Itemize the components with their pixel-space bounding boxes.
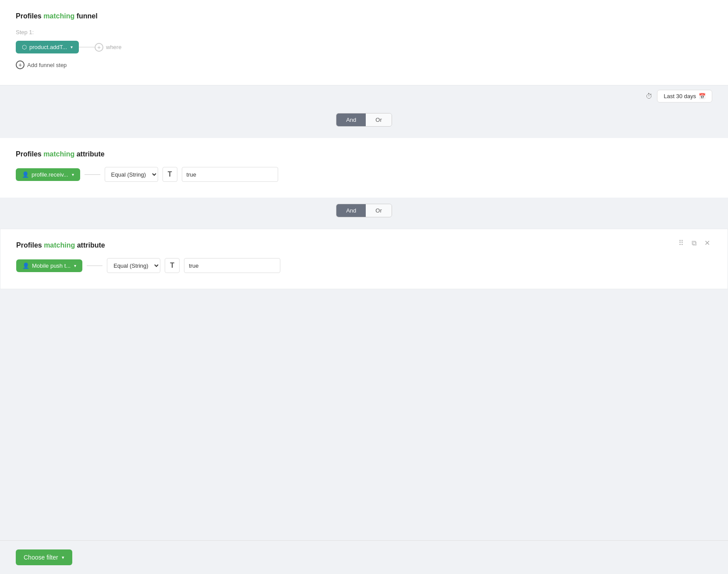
or-button-1[interactable]: Or bbox=[366, 113, 391, 126]
person-icon-1: 👤 bbox=[22, 171, 29, 178]
page-wrapper: Profiles matching funnel Step 1: ⬡ produ… bbox=[0, 0, 728, 324]
add-funnel-label: Add funnel step bbox=[27, 62, 67, 68]
attr-title-prefix-1: Profiles bbox=[16, 150, 42, 158]
and-button-2[interactable]: And bbox=[336, 204, 366, 217]
attr-title-prefix-2: Profiles bbox=[16, 241, 42, 249]
step-label: Step 1: bbox=[16, 29, 712, 35]
event-button[interactable]: ⬡ product.addT... ▾ bbox=[16, 41, 79, 53]
drag-handle-button[interactable]: ⠿ bbox=[677, 238, 686, 248]
attr-title-matching-1: matching bbox=[43, 150, 74, 158]
grip-icon: ⠿ bbox=[679, 239, 684, 247]
chevron-down-icon-4: ▾ bbox=[62, 555, 64, 560]
close-button[interactable]: ✕ bbox=[703, 238, 712, 248]
add-funnel-step-button[interactable]: + Add funnel step bbox=[16, 60, 67, 69]
or-button-2[interactable]: Or bbox=[366, 204, 391, 217]
attr-row-2: 👤 Mobile push t... ▾ Equal (String) T bbox=[16, 258, 712, 273]
plus-circle-icon: + bbox=[95, 43, 103, 52]
attr-connector-2 bbox=[87, 266, 102, 266]
and-button-1[interactable]: And bbox=[336, 113, 366, 126]
chevron-down-icon: ▾ bbox=[71, 45, 73, 50]
andor-group-1: And Or bbox=[336, 113, 392, 127]
attr-row-1: 👤 profile.receiv... ▾ Equal (String) T bbox=[16, 167, 712, 182]
type-icon-button-2[interactable]: T bbox=[165, 258, 180, 273]
funnel-title: Profiles matching funnel bbox=[16, 12, 712, 20]
where-label: where bbox=[106, 44, 121, 50]
attribute-panel-1: Profiles matching attribute 👤 profile.re… bbox=[0, 138, 728, 198]
event-btn-label: product.addT... bbox=[29, 44, 67, 50]
profile-attr-label-2: Mobile push t... bbox=[32, 262, 71, 269]
operator-select-1[interactable]: Equal (String) bbox=[105, 167, 158, 182]
profile-attr-label-1: profile.receiv... bbox=[32, 171, 68, 178]
bottom-spacer bbox=[0, 289, 728, 324]
connector-line bbox=[79, 47, 95, 47]
attr-title-matching-2: matching bbox=[44, 241, 75, 249]
bottom-bar: Choose filter ▾ bbox=[0, 540, 728, 574]
attr-title-suffix-2: attribute bbox=[77, 241, 105, 249]
date-range-button[interactable]: Last 30 days 📅 bbox=[657, 90, 712, 103]
close-icon: ✕ bbox=[704, 239, 710, 247]
person-icon-2: 👤 bbox=[22, 262, 29, 269]
chevron-down-icon-2: ▾ bbox=[72, 172, 74, 177]
copy-icon: ⧉ bbox=[692, 239, 696, 247]
spacer-1 bbox=[0, 133, 728, 138]
add-plus-icon: + bbox=[16, 60, 25, 69]
andor-bar-2: And Or bbox=[0, 198, 728, 223]
operator-select-2[interactable]: Equal (String) bbox=[107, 258, 160, 273]
funnel-row: ⬡ product.addT... ▾ + where bbox=[16, 41, 712, 53]
spacer-2 bbox=[0, 223, 728, 229]
panel-action-icons: ⠿ ⧉ ✕ bbox=[677, 238, 712, 248]
andor-bar-1: And Or bbox=[0, 107, 728, 133]
date-range-bar: ⏱ Last 30 days 📅 bbox=[0, 85, 728, 107]
calendar-icon: 📅 bbox=[699, 93, 706, 99]
where-button[interactable]: + where bbox=[95, 43, 121, 52]
choose-filter-button[interactable]: Choose filter ▾ bbox=[16, 549, 72, 565]
value-input-1[interactable] bbox=[182, 167, 278, 182]
type-icon-button-1[interactable]: T bbox=[163, 167, 177, 182]
profile-attr-button-1[interactable]: 👤 profile.receiv... ▾ bbox=[16, 168, 80, 181]
attr-title-suffix-1: attribute bbox=[77, 150, 105, 158]
funnel-title-suffix: funnel bbox=[77, 12, 98, 20]
attr-title-1: Profiles matching attribute bbox=[16, 150, 712, 158]
attribute-panel-2: ⠿ ⧉ ✕ Profiles matching attribute 👤 Mobi… bbox=[0, 229, 728, 289]
andor-group-2: And Or bbox=[336, 204, 392, 217]
attr-title-2: Profiles matching attribute bbox=[16, 241, 712, 249]
value-input-2[interactable] bbox=[184, 258, 280, 273]
profile-attr-button-2[interactable]: 👤 Mobile push t... ▾ bbox=[16, 259, 82, 272]
clock-icon: ⏱ bbox=[646, 92, 653, 100]
type-icon-label-1: T bbox=[168, 170, 172, 178]
funnel-icon: ⬡ bbox=[22, 44, 27, 50]
duplicate-button[interactable]: ⧉ bbox=[690, 238, 698, 248]
funnel-title-prefix: Profiles bbox=[16, 12, 42, 20]
date-range-label: Last 30 days bbox=[664, 93, 696, 99]
funnel-panel: Profiles matching funnel Step 1: ⬡ produ… bbox=[0, 0, 728, 85]
funnel-title-matching: matching bbox=[43, 12, 74, 20]
type-icon-label-2: T bbox=[170, 262, 174, 269]
attr-connector-1 bbox=[85, 174, 100, 175]
choose-filter-label: Choose filter bbox=[24, 554, 58, 561]
chevron-down-icon-3: ▾ bbox=[74, 263, 76, 268]
